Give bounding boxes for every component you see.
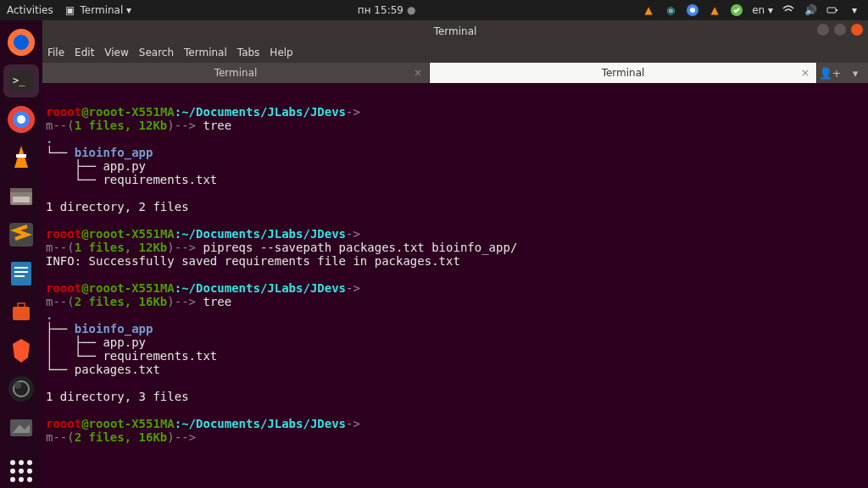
gnome-topbar: Activities ▣ Terminal ▾ пн 15:59 ● ▲ ◉ ▲… — [0, 0, 868, 20]
svg-rect-3 — [827, 8, 836, 13]
wifi-icon[interactable] — [782, 3, 795, 17]
svg-rect-16 — [13, 197, 30, 202]
input-source[interactable]: en ▾ — [752, 4, 773, 16]
svg-point-25 — [14, 382, 21, 389]
menu-search[interactable]: Search — [139, 47, 174, 58]
menu-tabs[interactable]: Tabs — [237, 47, 260, 58]
titlebar[interactable]: Terminal — [42, 20, 868, 42]
svg-point-11 — [17, 115, 25, 124]
menu-file[interactable]: File — [47, 47, 64, 58]
svg-rect-20 — [14, 271, 28, 273]
system-menu-icon[interactable]: ▾ — [848, 3, 861, 17]
dock-firefox[interactable] — [3, 25, 39, 59]
menu-view[interactable]: View — [104, 47, 128, 58]
dock-vlc[interactable] — [3, 141, 39, 175]
menu-edit[interactable]: Edit — [75, 47, 94, 58]
dock-software[interactable] — [3, 296, 39, 330]
tab-label: Terminal — [602, 67, 645, 79]
svg-point-23 — [8, 376, 34, 402]
menu-help[interactable]: Help — [270, 47, 292, 58]
topbar-app-label[interactable]: ▣ Terminal ▾ — [64, 3, 131, 17]
svg-point-1 — [690, 8, 695, 13]
terminal-output[interactable]: rooot@rooot-X551MA:~/Documents/JLabs/JDe… — [42, 83, 868, 488]
menu-toggle-icon[interactable]: ▾ — [843, 63, 868, 83]
dock-terminal[interactable]: >_ — [3, 64, 39, 98]
vlc-tray2-icon[interactable]: ▲ — [708, 3, 721, 17]
dock-sublime[interactable] — [3, 219, 39, 252]
activities-button[interactable]: Activities — [7, 4, 53, 16]
svg-text:>_: >_ — [13, 75, 25, 86]
tab-close-icon[interactable]: × — [801, 67, 810, 79]
tab-close-icon[interactable]: × — [414, 67, 422, 79]
clock[interactable]: пн 15:59 — [358, 4, 403, 16]
show-applications-icon[interactable] — [3, 455, 39, 489]
close-button[interactable] — [851, 24, 863, 36]
tab-label: Terminal — [214, 67, 258, 79]
update-tray-icon[interactable] — [730, 3, 743, 17]
vlc-tray-icon[interactable]: ▲ — [642, 3, 655, 17]
tab-row: Terminal × Terminal × 👤+ ▾ — [42, 63, 868, 83]
dock-files[interactable] — [3, 180, 39, 214]
battery-icon[interactable] — [826, 3, 839, 17]
new-tab-button[interactable]: 👤+ — [817, 63, 843, 83]
volume-icon[interactable]: 🔊 — [804, 3, 817, 17]
svg-rect-19 — [14, 267, 28, 269]
maximize-button[interactable] — [834, 24, 846, 36]
terminal-window: Terminal File Edit View Search Terminal … — [42, 20, 868, 488]
svg-rect-22 — [13, 307, 30, 320]
terminal-icon: ▣ — [64, 3, 77, 17]
svg-rect-4 — [836, 9, 837, 11]
window-title: Terminal — [434, 25, 477, 37]
dock-libreoffice[interactable] — [3, 257, 39, 291]
minimize-button[interactable] — [817, 24, 829, 36]
chrome-tray-icon[interactable] — [686, 3, 699, 17]
svg-rect-21 — [14, 275, 25, 277]
topbar-app-name: Terminal ▾ — [81, 4, 132, 16]
svg-rect-13 — [16, 154, 26, 158]
menu-terminal[interactable]: Terminal — [184, 47, 227, 58]
svg-point-6 — [14, 35, 29, 50]
svg-rect-15 — [10, 188, 32, 192]
dock-photos[interactable] — [3, 411, 39, 445]
dock-obs[interactable] — [3, 373, 39, 407]
globe-tray-icon[interactable]: ◉ — [664, 3, 677, 17]
tab-terminal-1[interactable]: Terminal × — [42, 63, 430, 83]
dock-chrome[interactable] — [3, 103, 39, 136]
menubar: File Edit View Search Terminal Tabs Help — [42, 42, 868, 63]
notification-dot-icon: ● — [407, 4, 415, 16]
tab-terminal-2[interactable]: Terminal × — [430, 63, 817, 83]
svg-rect-18 — [11, 262, 31, 286]
dock: >_ — [0, 20, 42, 488]
dock-brave[interactable] — [3, 334, 39, 368]
